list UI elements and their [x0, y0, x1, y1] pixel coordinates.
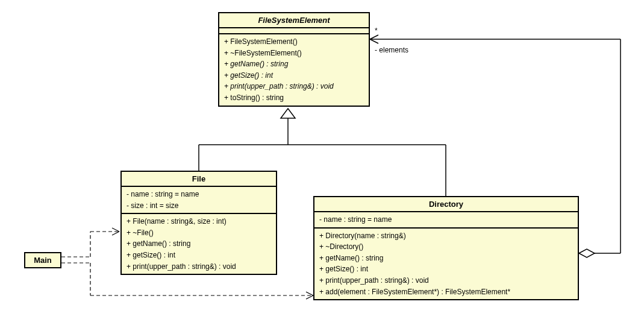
operation: + Directory(name : string&) — [319, 230, 573, 242]
svg-marker-5 — [579, 249, 595, 257]
svg-line-10 — [370, 39, 378, 43]
class-title: FileSystemElement — [219, 13, 369, 28]
class-file: File - name : string = name- size : int … — [120, 171, 277, 275]
operation: + getSize() : int — [319, 264, 573, 275]
operation: + FileSystemElement() — [224, 36, 364, 48]
class-attrs-empty — [219, 28, 369, 34]
class-ops: + File(name : string&, size : int)+ ~Fil… — [122, 214, 276, 274]
svg-line-9 — [370, 35, 378, 39]
svg-line-14 — [112, 228, 119, 232]
svg-line-15 — [112, 232, 119, 235]
operation: + ~FileSystemElement() — [224, 48, 364, 59]
operation: + ~Directory() — [319, 241, 573, 253]
class-attrs: - name : string = name — [314, 212, 578, 229]
operation: + getName() : string — [127, 238, 271, 250]
operation: + print(upper_path : string&) : void — [224, 81, 364, 92]
class-title: File — [122, 172, 276, 187]
class-title: Directory — [314, 197, 578, 212]
svg-marker-0 — [281, 109, 295, 118]
class-title: Main — [25, 253, 60, 267]
svg-line-20 — [306, 295, 313, 299]
class-ops: + Directory(name : string&)+ ~Directory(… — [314, 229, 578, 300]
attribute: - size : int = size — [127, 200, 271, 212]
operation: + getName() : string — [319, 253, 573, 264]
svg-line-19 — [306, 292, 313, 295]
operation: + getName() : string — [224, 58, 364, 70]
multiplicity-label: * — [375, 27, 378, 35]
class-ops: + FileSystemElement()+ ~FileSystemElemen… — [219, 34, 369, 106]
operation: + getSize() : int — [224, 70, 364, 81]
class-attrs: - name : string = name- size : int = siz… — [122, 187, 276, 214]
class-filesystemelement: FileSystemElement + FileSystemElement()+… — [218, 12, 370, 107]
operation: + File(name : string&, size : int) — [127, 216, 271, 227]
class-directory: Directory - name : string = name + Direc… — [313, 196, 579, 300]
operation: + ~File() — [127, 227, 271, 239]
attribute: - name : string = name — [127, 189, 271, 200]
operation: + add(element : FileSystemElement*) : Fi… — [319, 286, 573, 298]
role-label: - elements — [375, 46, 408, 54]
operation: + print(upper_path : string&) : void — [127, 261, 271, 273]
operation: + print(upper_path : string&) : void — [319, 275, 573, 286]
attribute: - name : string = name — [319, 214, 573, 226]
operation: + toString() : string — [224, 92, 364, 104]
class-main: Main — [24, 252, 61, 268]
operation: + getSize() : int — [127, 250, 271, 261]
